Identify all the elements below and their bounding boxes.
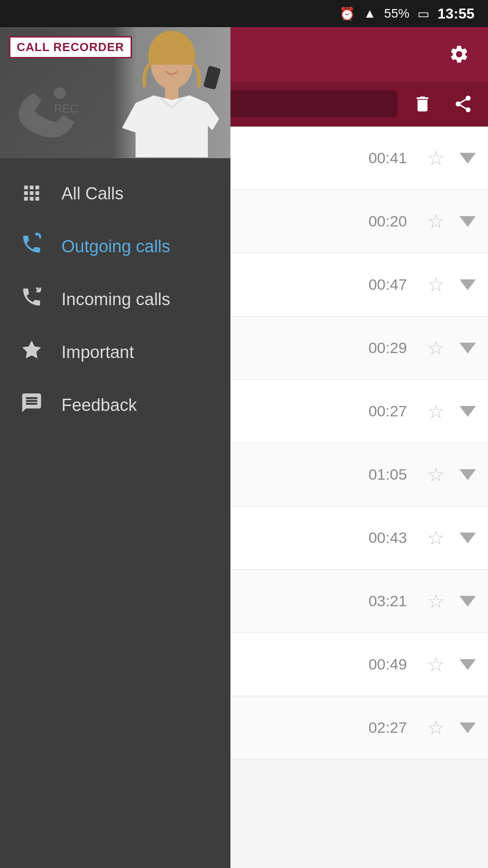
svg-text:REC: REC <box>54 102 78 115</box>
battery-percent: 55% <box>384 6 409 21</box>
star-button[interactable]: ☆ <box>422 210 449 233</box>
dropdown-button[interactable] <box>456 527 479 549</box>
status-icons: ⏰ ▲ 55% ▭ 13:55 <box>339 5 474 22</box>
nav-icon-all-calls <box>18 180 45 208</box>
drawer-nav: All Calls Outgoing calls Incoming calls … <box>0 158 230 868</box>
star-button[interactable]: ☆ <box>422 526 449 549</box>
chevron-down-icon <box>460 533 476 543</box>
chevron-down-icon <box>460 343 476 354</box>
star-button[interactable]: ☆ <box>422 716 449 739</box>
nav-label-incoming-calls: Incoming calls <box>61 290 170 309</box>
star-button[interactable]: ☆ <box>422 590 449 613</box>
chevron-down-icon <box>460 153 476 164</box>
call-duration: 00:47 <box>361 276 415 293</box>
dropdown-button[interactable] <box>456 590 479 613</box>
sidebar-item-all-calls[interactable]: All Calls <box>0 167 230 220</box>
star-button[interactable]: ☆ <box>422 400 449 423</box>
status-bar: ⏰ ▲ 55% ▭ 13:55 <box>0 0 488 27</box>
nav-label-feedback: Feedback <box>61 396 137 415</box>
chevron-down-icon <box>460 406 476 417</box>
svg-rect-4 <box>165 86 178 100</box>
dropdown-button[interactable] <box>456 653 479 676</box>
nav-label-outgoing-calls: Outgoing calls <box>61 237 170 256</box>
dropdown-button[interactable] <box>456 337 479 359</box>
chevron-down-icon <box>460 596 476 607</box>
nav-icon-outgoing-calls <box>18 233 45 260</box>
call-duration: 00:49 <box>361 656 415 673</box>
battery-icon: ▭ <box>418 6 429 21</box>
dropdown-button[interactable] <box>456 147 479 170</box>
main-container: Call Recorder <box>0 27 488 868</box>
chevron-down-icon <box>460 216 476 227</box>
star-button[interactable]: ☆ <box>422 653 449 676</box>
nav-icon-important <box>18 339 45 366</box>
call-duration: 00:20 <box>361 212 415 230</box>
call-duration: 02:27 <box>361 719 415 736</box>
sidebar-item-important[interactable]: Important <box>0 326 230 379</box>
phone-rec-svg: REC <box>9 75 81 147</box>
call-duration: 03:21 <box>361 592 415 610</box>
star-button[interactable]: ☆ <box>422 463 449 486</box>
call-duration: 00:27 <box>361 402 415 420</box>
signal-icon: ▲ <box>363 6 376 21</box>
svg-rect-5 <box>203 65 221 90</box>
logo-text: CALL RECORDER <box>17 40 124 54</box>
share-button[interactable] <box>447 88 479 120</box>
settings-button[interactable] <box>441 36 477 72</box>
gear-icon <box>449 44 469 65</box>
dropdown-button[interactable] <box>456 463 479 486</box>
star-button[interactable]: ☆ <box>422 336 449 359</box>
share-icon <box>453 94 473 114</box>
delete-button[interactable] <box>407 88 438 120</box>
nav-label-all-calls: All Calls <box>61 184 123 203</box>
call-duration: 01:05 <box>361 466 415 483</box>
dropdown-button[interactable] <box>456 717 479 739</box>
app-logo: CALL RECORDER <box>9 36 132 58</box>
nav-icon-feedback <box>18 392 45 419</box>
chevron-down-icon <box>460 722 476 733</box>
drawer-header: CALL RECORDER REC <box>0 27 230 158</box>
sidebar-item-feedback[interactable]: Feedback <box>0 379 230 432</box>
nav-icon-incoming-calls <box>18 286 45 313</box>
nav-label-important: Important <box>61 343 134 362</box>
dropdown-button[interactable] <box>456 274 479 296</box>
star-button[interactable]: ☆ <box>422 273 449 296</box>
call-duration: 00:29 <box>361 339 415 357</box>
call-duration: 00:43 <box>361 529 415 547</box>
dropdown-button[interactable] <box>456 400 479 423</box>
call-duration: 00:41 <box>361 149 415 167</box>
chevron-down-icon <box>460 659 476 670</box>
status-time: 13:55 <box>437 5 474 22</box>
rec-phone-icon: REC <box>9 75 81 149</box>
chevron-down-icon <box>460 469 476 480</box>
star-button[interactable]: ☆ <box>422 146 449 170</box>
trash-icon <box>413 94 432 114</box>
sidebar-item-outgoing-calls[interactable]: Outgoing calls <box>0 220 230 273</box>
chevron-down-icon <box>460 279 476 290</box>
dropdown-button[interactable] <box>456 210 479 233</box>
navigation-drawer: CALL RECORDER REC <box>0 27 230 868</box>
sidebar-item-incoming-calls[interactable]: Incoming calls <box>0 273 230 326</box>
alarm-icon: ⏰ <box>339 6 355 21</box>
svg-point-0 <box>54 87 66 99</box>
person-svg <box>117 28 226 157</box>
